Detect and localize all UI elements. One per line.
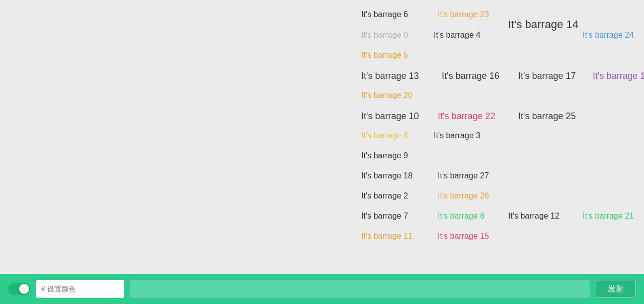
bottom-bar: 发射 <box>0 274 644 304</box>
text-input[interactable] <box>130 280 590 298</box>
barrage-item: It's barrage 7 <box>361 212 408 221</box>
barrage-item: It's barrage 8 <box>438 212 485 221</box>
barrage-item: It's barrage 20 <box>361 91 413 100</box>
toggle-knob <box>19 284 29 294</box>
barrage-item: It's barrage 8 <box>361 131 408 140</box>
barrage-item: It's barrage 11 <box>361 232 413 241</box>
barrage-item: It's barrage 16 <box>442 71 500 81</box>
barrage-item: It's barrage 6 <box>361 10 408 19</box>
barrage-item: It's barrage 25 <box>518 111 576 122</box>
barrage-item: It's barrage 24 <box>583 31 634 40</box>
barrage-item: It's barrage 23 <box>438 10 489 19</box>
barrage-item: It's barrage 22 <box>438 111 496 122</box>
color-input[interactable] <box>36 280 124 298</box>
barrage-item: It's barrage 1 <box>593 71 644 81</box>
barrage-item: It's barrage 12 <box>508 212 559 221</box>
barrage-item: It's barrage 27 <box>438 171 489 180</box>
barrage-item: It's barrage 0 <box>361 31 408 40</box>
barrage-item: It's barrage 3 <box>434 131 480 140</box>
barrage-item: It's barrage 4 <box>434 31 480 40</box>
barrage-item: It's barrage 13 <box>361 71 419 81</box>
barrage-item: It's barrage 2 <box>361 191 408 200</box>
barrage-item: It's barrage 5 <box>361 51 408 60</box>
barrage-item: It's barrage 21 <box>583 212 634 221</box>
barrage-item: It's barrage 14 <box>508 18 579 31</box>
toggle-switch[interactable] <box>8 283 30 295</box>
barrage-item: It's barrage 9 <box>361 151 408 160</box>
barrage-item: It's barrage 17 <box>518 71 576 81</box>
barrage-item: It's barrage 15 <box>438 232 489 241</box>
barrage-item: It's barrage 26 <box>438 191 489 200</box>
barrage-area: It's barrage 6It's barrage 23It's barrag… <box>0 0 644 274</box>
barrage-item: It's barrage 18 <box>361 171 413 180</box>
barrage-item: It's barrage 10 <box>361 111 419 122</box>
send-button[interactable]: 发射 <box>596 280 636 298</box>
